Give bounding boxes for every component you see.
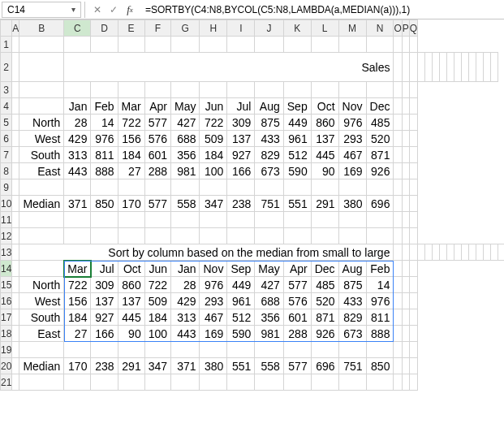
sorted-median-cell[interactable]: 696 (311, 358, 338, 374)
cell[interactable] (118, 374, 144, 391)
cell[interactable] (394, 147, 402, 163)
median-cell[interactable]: 380 (338, 196, 366, 212)
cell[interactable] (64, 212, 91, 228)
cell[interactable] (118, 82, 144, 98)
cell[interactable] (394, 115, 402, 131)
cell[interactable] (394, 37, 402, 53)
month-header[interactable]: Mar (118, 98, 144, 115)
cell[interactable] (19, 228, 64, 244)
cell[interactable] (12, 196, 19, 212)
cell[interactable] (283, 342, 311, 358)
cell[interactable] (484, 244, 491, 261)
cell[interactable] (311, 228, 338, 244)
cell[interactable] (144, 228, 170, 244)
cell[interactable] (311, 342, 338, 358)
cell[interactable] (64, 228, 91, 244)
cell[interactable] (418, 53, 425, 82)
value-cell[interactable]: 961 (283, 131, 311, 147)
cell[interactable] (394, 277, 402, 293)
cell[interactable] (409, 196, 417, 212)
sorted-value-cell[interactable]: 293 (200, 293, 227, 309)
cell[interactable] (447, 53, 454, 82)
cell[interactable] (227, 37, 255, 53)
cell[interactable] (12, 326, 19, 342)
sorted-value-cell[interactable]: 288 (283, 326, 311, 342)
cell[interactable] (12, 37, 19, 53)
month-header[interactable]: Feb (91, 98, 118, 115)
value-cell[interactable]: 137 (227, 131, 255, 147)
cell[interactable] (64, 37, 91, 53)
cell[interactable] (394, 53, 402, 82)
cell[interactable] (118, 179, 144, 196)
cell[interactable] (19, 179, 64, 196)
sorted-median-cell[interactable]: 238 (91, 358, 118, 374)
row-header[interactable]: 18 (1, 326, 12, 342)
cell[interactable] (91, 212, 118, 228)
value-cell[interactable]: 27 (118, 163, 144, 179)
col-header[interactable]: F (144, 20, 170, 37)
cell[interactable] (366, 342, 394, 358)
cell[interactable] (402, 98, 409, 115)
month-header[interactable]: May (171, 98, 200, 115)
cell[interactable] (402, 277, 409, 293)
row-header[interactable]: 1 (1, 37, 12, 53)
cell[interactable] (144, 37, 170, 53)
sorted-value-cell[interactable]: 811 (366, 309, 394, 326)
month-header[interactable]: Sep (283, 98, 311, 115)
cell[interactable] (402, 115, 409, 131)
value-cell[interactable]: 169 (338, 163, 366, 179)
row-header[interactable]: 21 (1, 374, 12, 391)
cell[interactable] (144, 82, 170, 98)
fx-icon[interactable]: fx (123, 2, 137, 17)
cell[interactable] (409, 228, 417, 244)
cell[interactable] (476, 244, 484, 261)
value-cell[interactable]: 976 (91, 131, 118, 147)
sorted-value-cell[interactable]: 576 (283, 293, 311, 309)
sorted-value-cell[interactable]: 137 (118, 293, 144, 309)
cell[interactable] (418, 244, 425, 261)
value-cell[interactable]: 309 (227, 115, 255, 131)
sorted-month-header[interactable]: Dec (311, 261, 338, 277)
value-cell[interactable]: 875 (255, 115, 283, 131)
cell[interactable] (200, 228, 227, 244)
cell[interactable] (425, 53, 433, 82)
cell[interactable] (338, 228, 366, 244)
cell[interactable] (402, 212, 409, 228)
sorted-median-cell[interactable]: 380 (200, 358, 227, 374)
cell[interactable] (366, 37, 394, 53)
sorted-value-cell[interactable]: 166 (91, 326, 118, 342)
cell[interactable] (283, 37, 311, 53)
cell[interactable] (311, 37, 338, 53)
value-cell[interactable]: 90 (311, 163, 338, 179)
value-cell[interactable]: 512 (283, 147, 311, 163)
cell[interactable] (255, 82, 283, 98)
cell[interactable] (409, 244, 417, 261)
cell[interactable] (394, 82, 402, 98)
spreadsheet-table[interactable]: A B C D E F G H I J K L M N O P Q 12Sale… (0, 19, 504, 391)
cell[interactable] (19, 212, 64, 228)
row-header[interactable]: 16 (1, 293, 12, 309)
cell[interactable] (402, 309, 409, 326)
sorted-value-cell[interactable]: 309 (91, 277, 118, 293)
sorted-value-cell[interactable]: 443 (171, 326, 200, 342)
cell[interactable] (409, 147, 417, 163)
value-cell[interactable]: 313 (64, 147, 91, 163)
median-cell[interactable]: 551 (283, 196, 311, 212)
cell[interactable] (118, 212, 144, 228)
cell[interactable] (311, 82, 338, 98)
value-cell[interactable]: 429 (64, 131, 91, 147)
cell[interactable] (409, 358, 417, 374)
median-label[interactable]: Median (19, 196, 64, 212)
sorted-median-cell[interactable]: 558 (255, 358, 283, 374)
cell[interactable] (200, 342, 227, 358)
cell[interactable] (425, 244, 433, 261)
cell[interactable] (91, 374, 118, 391)
cell[interactable] (255, 37, 283, 53)
value-cell[interactable]: 688 (171, 131, 200, 147)
cell[interactable] (409, 309, 417, 326)
row-header[interactable]: 5 (1, 115, 12, 131)
col-header[interactable]: J (255, 20, 283, 37)
cell[interactable] (409, 374, 417, 391)
sorted-month-header[interactable]: Jun (144, 261, 170, 277)
sorted-month-header[interactable]: Jul (91, 261, 118, 277)
